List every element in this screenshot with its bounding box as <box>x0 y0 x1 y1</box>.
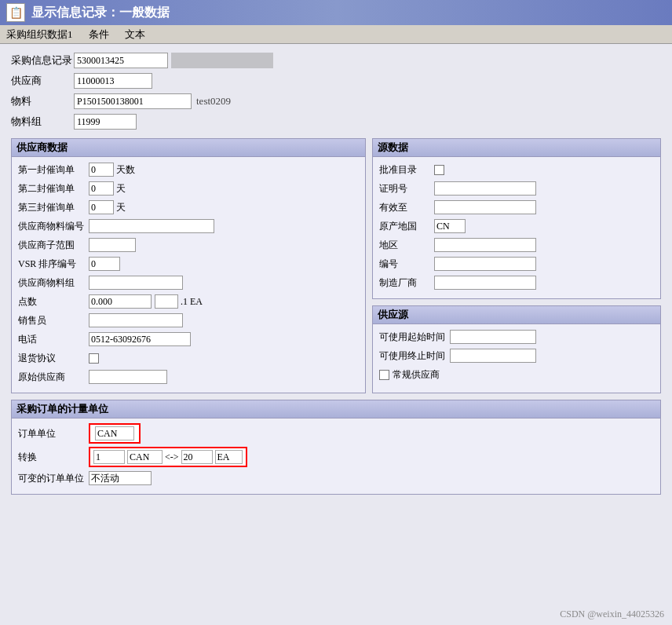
order-unit-section: 采购订单的计量单位 订单单位 转换 <-> <box>11 400 661 495</box>
row-manufacturer: 制造厂商 <box>379 275 654 291</box>
label-start-time: 可使用起始时间 <box>379 331 450 344</box>
row-origin-country: 原产地国 <box>379 218 654 234</box>
label-points: 点数 <box>18 295 89 309</box>
label-procurement: 采购信息记录 <box>11 53 74 68</box>
row-end-time: 可使用终止时间 <box>379 348 654 364</box>
input-notice1[interactable] <box>89 163 114 177</box>
input-matgroup[interactable] <box>74 114 137 130</box>
checkbox-regular-supplier[interactable] <box>379 370 389 380</box>
field-row-material: 物料 test0209 <box>11 93 661 110</box>
label-supplier: 供应商 <box>11 74 74 88</box>
input-notice3[interactable] <box>89 200 114 214</box>
csdn-watermark: CSDN @weixin_44025326 <box>560 609 664 620</box>
input-procurement[interactable] <box>74 53 168 68</box>
checkbox-return-agree[interactable] <box>89 353 99 364</box>
input-notice2[interactable] <box>89 181 114 196</box>
row-notice1: 第一封催询单 天数 <box>18 162 359 177</box>
title-bar: 📋 显示信息记录：一般数据 <box>0 0 672 25</box>
menu-bar: 采购组织数据1 条件 文本 <box>0 25 672 44</box>
label-phone: 电话 <box>18 333 89 346</box>
row-vsr: VSR 排序编号 <box>18 256 359 272</box>
menu-item-text[interactable]: 文本 <box>125 27 145 42</box>
label-material: 物料 <box>11 94 74 108</box>
input-material[interactable] <box>74 93 192 109</box>
input-cert-num[interactable] <box>434 181 536 196</box>
menu-item-org[interactable]: 采购组织数据1 <box>6 27 73 42</box>
input-conv3[interactable] <box>181 450 213 464</box>
label-sup-mat-num: 供应商物料编号 <box>18 220 89 233</box>
sections-row: 供应商数据 第一封催询单 天数 第二封催询单 天 第三封催询单 天 <box>11 138 661 393</box>
app-icon: 📋 <box>6 3 25 22</box>
row-points: 点数 .1 EA <box>18 294 359 309</box>
field-row-procurement: 采购信息记录 <box>11 52 661 69</box>
supplier-data-section: 供应商数据 第一封催询单 天数 第二封催询单 天 第三封催询单 天 <box>11 138 366 393</box>
conversion-highlight: <-> <box>89 447 247 467</box>
input-salesperson[interactable] <box>89 313 183 327</box>
row-start-time: 可使用起始时间 <box>379 329 654 345</box>
input-region[interactable] <box>434 238 536 252</box>
label-sup-matgroup: 供应商物料组 <box>18 276 89 290</box>
material-desc: test0209 <box>196 95 231 108</box>
field-row-supplier: 供应商 <box>11 72 661 90</box>
input-end-time[interactable] <box>450 349 536 363</box>
input-orig-supplier[interactable] <box>89 370 167 384</box>
label-end-time: 可使用终止时间 <box>379 349 450 363</box>
menu-item-condition[interactable]: 条件 <box>89 27 109 42</box>
top-fields: 采购信息记录 供应商 物料 test0209 物料组 <box>11 52 661 130</box>
row-valid-to: 有效至 <box>379 199 654 215</box>
input-conv1[interactable] <box>93 450 125 464</box>
supply-source-content: 可使用起始时间 可使用终止时间 常规供应商 <box>373 324 660 390</box>
source-section-content: 批准目录 证明号 有效至 原产地国 <box>373 157 660 298</box>
row-notice3: 第三封催询单 天 <box>18 199 359 215</box>
row-sup-subrange: 供应商子范围 <box>18 237 359 253</box>
input-conv2[interactable] <box>127 450 163 464</box>
input-number[interactable] <box>434 257 536 271</box>
field-row-matgroup: 物料组 <box>11 113 661 130</box>
input-manufacturer[interactable] <box>434 276 536 290</box>
input-sup-mat-num[interactable] <box>89 219 214 233</box>
arrow-symbol: <-> <box>165 451 179 463</box>
suffix-notice2: 天 <box>116 182 126 196</box>
row-sup-matgroup: 供应商物料组 <box>18 275 359 291</box>
label-return-agree: 退货协议 <box>18 352 89 365</box>
label-origin-country: 原产地国 <box>379 220 434 233</box>
label-orig-supplier: 原始供应商 <box>18 371 89 384</box>
row-number: 编号 <box>379 256 654 272</box>
supply-source-section: 供应源 可使用起始时间 可使用终止时间 常规供应商 <box>372 305 661 393</box>
right-column: 源数据 批准目录 证明号 有效至 原产地国 <box>372 138 661 393</box>
input-vsr[interactable] <box>89 257 120 271</box>
label-manufacturer: 制造厂商 <box>379 276 434 290</box>
row-region: 地区 <box>379 237 654 253</box>
input-points2[interactable] <box>155 294 178 309</box>
suffix-notice1: 天数 <box>116 163 135 177</box>
label-variable-unit: 可变的订单单位 <box>18 472 89 485</box>
label-salesperson: 销售员 <box>18 314 89 327</box>
row-return-agree: 退货协议 <box>18 350 359 366</box>
input-conv4[interactable] <box>215 450 243 464</box>
checkbox-approved-catalog[interactable] <box>434 165 444 175</box>
input-variable-unit[interactable] <box>89 471 152 485</box>
input-order-unit[interactable] <box>95 426 134 440</box>
row-orig-supplier: 原始供应商 <box>18 369 359 385</box>
label-vsr: VSR 排序编号 <box>18 258 89 271</box>
input-sup-matgroup[interactable] <box>89 276 183 290</box>
input-points[interactable] <box>89 294 152 309</box>
row-salesperson: 销售员 <box>18 312 359 328</box>
row-order-unit: 订单单位 <box>18 423 654 444</box>
source-section-title: 源数据 <box>373 139 660 157</box>
input-start-time[interactable] <box>450 330 536 344</box>
label-number: 编号 <box>379 258 434 271</box>
supplier-section-content: 第一封催询单 天数 第二封催询单 天 第三封催询单 天 供应商物料编号 <box>12 157 365 393</box>
input-phone[interactable] <box>89 332 191 346</box>
blurred-area-1 <box>171 53 273 68</box>
main-content: 采购信息记录 供应商 物料 test0209 物料组 供应商数据 第一封催 <box>0 44 672 625</box>
supply-source-title: 供应源 <box>373 306 660 324</box>
label-matgroup: 物料组 <box>11 115 74 129</box>
input-supplier[interactable] <box>74 73 152 89</box>
input-sup-subrange[interactable] <box>89 238 136 252</box>
label-conversion: 转换 <box>18 451 89 464</box>
suffix-points: .1 EA <box>181 296 203 308</box>
input-origin-country[interactable] <box>434 219 466 233</box>
label-cert-num: 证明号 <box>379 182 434 196</box>
input-valid-to[interactable] <box>434 200 536 214</box>
